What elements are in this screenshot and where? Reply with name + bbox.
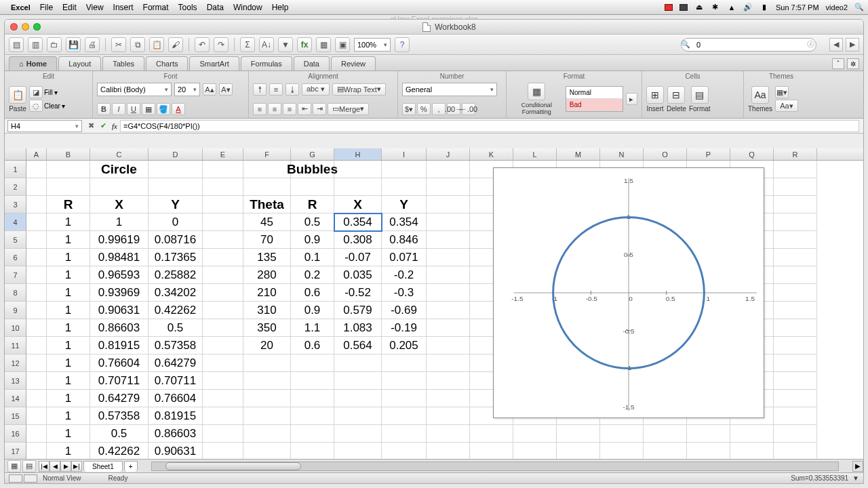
cell[interactable]	[243, 372, 291, 390]
cell[interactable]: 1	[47, 249, 90, 266]
row-head-9[interactable]: 9	[5, 302, 26, 319]
cell[interactable]: 310	[243, 302, 291, 319]
row-head-7[interactable]: 7	[5, 266, 26, 284]
minimize-icon[interactable]	[22, 23, 29, 30]
cell[interactable]: 0.70711	[90, 372, 149, 390]
cell[interactable]	[26, 284, 47, 302]
cell[interactable]: 0.90631	[149, 443, 203, 459]
cell[interactable]	[774, 443, 817, 459]
cell[interactable]	[26, 214, 47, 231]
bluetooth-icon[interactable]: ✱	[711, 3, 720, 12]
cell[interactable]	[203, 407, 243, 425]
grid[interactable]: ABCDEFGHIJKLMNOPQR 1CircleBubbles23RXYTh…	[5, 148, 863, 459]
align-center-button[interactable]: ≡	[268, 103, 281, 115]
col-head-Q[interactable]: Q	[730, 148, 774, 160]
format-painter-button[interactable]: 🖌	[168, 37, 183, 52]
row-head-17[interactable]: 17	[5, 443, 26, 459]
cell[interactable]: 0.81915	[149, 407, 203, 425]
indent-inc-button[interactable]: ⇥	[313, 103, 326, 115]
wifi-icon[interactable]: ⏏	[694, 3, 704, 12]
clear-button[interactable]: ◌	[29, 100, 43, 112]
row-head-15[interactable]: 15	[5, 407, 26, 425]
row-head-13[interactable]: 13	[5, 372, 26, 390]
align-left-button[interactable]: ≡	[253, 103, 267, 115]
volume-icon[interactable]: 🔊	[743, 3, 753, 12]
cell[interactable]: X	[90, 196, 149, 214]
cell[interactable]	[90, 178, 149, 196]
cell[interactable]	[203, 302, 243, 319]
open-folder-button[interactable]: 🗀	[47, 37, 62, 52]
tab-layout[interactable]: Layout	[58, 56, 101, 70]
cell[interactable]	[513, 443, 557, 459]
cell[interactable]	[203, 249, 243, 266]
cell[interactable]	[382, 354, 427, 372]
row-head-5[interactable]: 5	[5, 231, 26, 249]
cell[interactable]	[334, 372, 382, 390]
cell[interactable]	[203, 161, 243, 178]
col-head-H[interactable]: H	[334, 148, 382, 160]
indent-dec-button[interactable]: ⇤	[298, 103, 311, 115]
cell[interactable]: 1	[47, 284, 90, 302]
cell[interactable]	[26, 354, 47, 372]
col-head-R[interactable]: R	[774, 148, 817, 160]
sheet-next-button[interactable]: ▶	[60, 461, 71, 472]
cell[interactable]	[774, 231, 817, 249]
cell[interactable]	[774, 407, 817, 425]
cell[interactable]	[774, 196, 817, 214]
row-head-1[interactable]: 1	[5, 161, 26, 178]
cell[interactable]	[203, 354, 243, 372]
cell[interactable]: 1	[47, 319, 90, 337]
orientation-button[interactable]: abc ▾	[302, 83, 330, 96]
cell[interactable]	[774, 266, 817, 284]
tab-smartart[interactable]: SmartArt	[189, 56, 239, 70]
cell[interactable]	[774, 390, 817, 407]
cell[interactable]: 0.5	[291, 214, 334, 231]
cell[interactable]	[26, 407, 47, 425]
status-view-b[interactable]	[24, 474, 37, 483]
cell[interactable]: Y	[382, 196, 427, 214]
cell[interactable]	[334, 354, 382, 372]
cell-styles-gallery[interactable]: Normal Bad	[566, 86, 623, 112]
col-head-N[interactable]: N	[600, 148, 644, 160]
cell[interactable]: 0.846	[382, 231, 427, 249]
cell[interactable]: 1.083	[334, 319, 382, 337]
cell[interactable]	[557, 425, 600, 443]
cell[interactable]	[203, 178, 243, 196]
tab-home[interactable]: ⌂Home	[9, 56, 57, 70]
col-head-P[interactable]: P	[687, 148, 730, 160]
cell[interactable]: 0.25882	[149, 266, 203, 284]
user-name[interactable]: video2	[826, 3, 848, 12]
sort-button[interactable]: A↓	[259, 37, 274, 52]
row-head-12[interactable]: 12	[5, 354, 26, 372]
cell[interactable]	[203, 266, 243, 284]
merge-button[interactable]: ▭ Merge ▾	[328, 103, 369, 115]
zoom-select[interactable]: 100%	[354, 38, 391, 52]
col-head-E[interactable]: E	[203, 148, 243, 160]
cell[interactable]	[334, 161, 382, 178]
theme-fonts-button[interactable]: Aa▾	[775, 100, 797, 112]
redo-button[interactable]: ↷	[214, 37, 229, 52]
dec-decimal-button[interactable]: ←.00	[462, 103, 475, 115]
help-button[interactable]: ?	[395, 37, 410, 52]
print-button[interactable]: 🖨	[85, 37, 100, 52]
autosum-button[interactable]: Σ	[240, 37, 255, 52]
formula-input[interactable]: =G4*COS(F4/180*PI())	[120, 120, 859, 132]
align-middle-button[interactable]: ≡	[269, 83, 283, 96]
embedded-chart[interactable]: 1.5 1 0.5 0 -0.5 -1 -1.5 -1.5 -1 -0.5 0.…	[493, 167, 764, 418]
cell[interactable]	[427, 443, 470, 459]
cell[interactable]	[774, 161, 817, 178]
grow-font-button[interactable]: A▴	[203, 83, 216, 96]
cell[interactable]	[243, 161, 291, 178]
cell[interactable]	[334, 425, 382, 443]
cell[interactable]	[644, 443, 687, 459]
wifi-bars-icon[interactable]: ▲	[727, 3, 736, 12]
cell[interactable]: 1	[47, 354, 90, 372]
cell[interactable]: 0.071	[382, 249, 427, 266]
cell[interactable]: 20	[243, 337, 291, 354]
select-all-corner[interactable]	[5, 148, 26, 160]
cell[interactable]: 0.2	[291, 266, 334, 284]
fx-button[interactable]: fx	[297, 37, 312, 52]
cell[interactable]: -0.07	[334, 249, 382, 266]
cell[interactable]	[687, 443, 730, 459]
cell[interactable]: 0.64279	[90, 390, 149, 407]
